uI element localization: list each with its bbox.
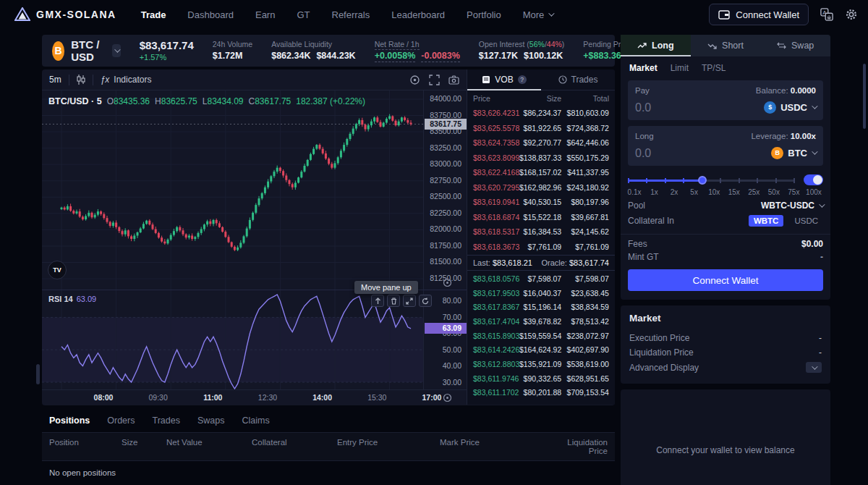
nav-item[interactable]: Portfolio: [467, 9, 501, 20]
ask-row[interactable]: $83,623.8099 $138,837.33 $550,175.29: [467, 151, 615, 166]
ask-row[interactable]: $83,626.4231 $86,234.37 $810,603.09: [467, 106, 615, 121]
restore-pane-button[interactable]: [419, 295, 432, 307]
indicators-button[interactable]: ƒx Indicators: [101, 75, 152, 85]
bid-row[interactable]: $83,614.2426 $164,624.92 $402,697.90: [467, 342, 615, 357]
nav-item[interactable]: Dashboard: [187, 9, 234, 20]
bid-row[interactable]: $83,618.0576 $7,598.07 $7,598.07: [467, 271, 615, 286]
leverage-slider[interactable]: [628, 175, 795, 185]
positions-tab[interactable]: Trades: [152, 416, 179, 426]
bid-row[interactable]: $83,617.9503 $16,040.37 $23,638.45: [467, 286, 615, 300]
tab-long[interactable]: Long: [621, 35, 691, 56]
pay-amount-input[interactable]: 0.0: [635, 101, 651, 114]
fullscreen-icon[interactable]: [429, 75, 440, 85]
time-axis-settings-icon[interactable]: [443, 393, 452, 402]
arrow-up-icon: [375, 298, 381, 305]
collateral-label: Collateral In: [628, 216, 674, 226]
nav-item[interactable]: Earn: [255, 9, 275, 20]
leverage-mark-label[interactable]: 2x: [665, 188, 684, 196]
bid-row[interactable]: $83,612.8803 $135,921.09 $538,619.00: [467, 357, 615, 371]
tab-trades[interactable]: Trades: [541, 69, 615, 90]
nav-item-more[interactable]: More: [523, 9, 553, 20]
bid-row[interactable]: $83,611.1702 $80,201.88 $709,153.54: [467, 386, 615, 400]
ask-row[interactable]: $83,624.7358 $92,270.77 $642,446.06: [467, 135, 615, 151]
market-pair-selector[interactable]: B BTC / USD: [52, 38, 121, 63]
long-token-selector[interactable]: B BTC: [771, 147, 816, 159]
pay-token-selector[interactable]: $ USDC: [764, 101, 816, 114]
leverage-mark-label[interactable]: 5x: [685, 188, 704, 196]
tab-swap[interactable]: Swap: [760, 35, 830, 56]
ask-size: $16,384.53: [519, 227, 561, 236]
chart-settings-icon[interactable]: [409, 75, 420, 85]
positions-tab[interactable]: Swaps: [197, 416, 225, 426]
drawing-toolbar-handle[interactable]: [36, 364, 40, 384]
help-icon[interactable]: ?: [518, 75, 527, 84]
brand[interactable]: GMX-SOLANA: [14, 7, 116, 22]
leverage-mark-label[interactable]: 0.1x: [625, 188, 644, 196]
ask-price: $83,618.3673: [473, 242, 519, 251]
candlestick-style-icon[interactable]: [77, 75, 85, 85]
collateral-option[interactable]: USDC: [789, 215, 823, 227]
price-chart[interactable]: BTC/USD · 5 O83435.36H83625.75L83434.09C…: [42, 90, 467, 405]
bid-size: $80,201.88: [519, 388, 561, 397]
nav-item[interactable]: Referrals: [332, 9, 370, 20]
pane-buttons: [371, 295, 432, 307]
time-axis[interactable]: 08:0009:3011:0012:3014:0015:3017:00: [42, 389, 467, 405]
pay-input-box[interactable]: Pay Balance: 0.0000 0.0 $ USDC: [628, 80, 823, 120]
ask-row[interactable]: $83,620.7295 $162,982.96 $243,180.92: [467, 180, 615, 195]
connect-wallet-button[interactable]: Connect Wallet: [709, 4, 809, 25]
tradingview-logo[interactable]: TV: [48, 261, 67, 279]
ask-row[interactable]: $83,618.5317 $16,384.53 $24,145.62: [467, 224, 615, 240]
leverage-mark-label[interactable]: 1x: [645, 188, 664, 196]
price-axis[interactable]: 84000.0083750.0083500.0083250.0083000.00…: [423, 90, 467, 290]
long-input-box[interactable]: Long Leverage: 10.00x 0.0 B BTC: [628, 126, 823, 166]
ask-row[interactable]: $83,622.4168 $168,157.02 $411,337.95: [467, 165, 615, 180]
ask-price: $83,625.5578: [473, 124, 519, 132]
interval-button[interactable]: 5m: [49, 75, 61, 85]
connect-wallet-action-button[interactable]: Connect Wallet: [628, 269, 823, 291]
positions-tab[interactable]: Orders: [107, 416, 135, 426]
leverage-mode-toggle[interactable]: [804, 174, 823, 185]
leverage-mark-label[interactable]: 15x: [725, 188, 744, 196]
leverage-mark-label[interactable]: 100x: [804, 188, 823, 196]
tab-vob[interactable]: VOB ?: [467, 69, 541, 90]
pool-selector[interactable]: WBTC-USDC: [761, 201, 823, 211]
positions-tab[interactable]: Positions: [49, 416, 90, 426]
rsi-label: RSI 14 63.09: [48, 295, 96, 303]
collateral-option[interactable]: WBTC: [749, 215, 784, 227]
nav-item[interactable]: Leaderboard: [391, 9, 445, 20]
bid-row[interactable]: $83,617.4704 $39,678.82 $78,513.42: [467, 314, 615, 329]
ask-row[interactable]: $83,625.5578 $81,922.65 $724,368.72: [467, 121, 615, 136]
bid-row[interactable]: $83,617.8367 $15,196.14 $38,834.59: [467, 300, 615, 314]
long-amount-input[interactable]: 0.0: [635, 147, 651, 160]
maximize-pane-button[interactable]: [403, 295, 416, 307]
tab-short[interactable]: Short: [691, 35, 761, 56]
settings-gear-icon[interactable]: [845, 8, 858, 21]
nav-item[interactable]: GT: [297, 9, 310, 20]
advanced-display-expander[interactable]: [806, 362, 822, 373]
orderbook-asks: $83,626.4231 $86,234.37 $810,603.09 $83,…: [467, 106, 615, 254]
leverage-slider-thumb[interactable]: [698, 176, 707, 185]
bid-row[interactable]: $83,611.9746 $90,332.65 $628,951.65: [467, 371, 615, 386]
page-scrollbar[interactable]: [863, 64, 866, 129]
order-type-tab[interactable]: TP/SL: [702, 63, 726, 73]
delete-pane-button[interactable]: [387, 295, 400, 307]
leverage-mark-label[interactable]: 75x: [784, 188, 803, 196]
ask-row[interactable]: $83,619.0941 $40,530.15 $80,197.96: [467, 195, 615, 210]
nav-item[interactable]: Trade: [141, 9, 166, 20]
language-icon[interactable]: A: [820, 8, 833, 21]
ask-row[interactable]: $83,618.6874 $15,522.18 $39,667.81: [467, 210, 615, 225]
positions-tab[interactable]: Claims: [242, 416, 269, 426]
ask-row[interactable]: $83,618.3673 $7,761.09 $7,761.09: [467, 240, 615, 255]
leverage-mark-label[interactable]: 25x: [744, 188, 763, 196]
time-axis-label: 15:30: [362, 393, 391, 402]
camera-icon[interactable]: [448, 75, 459, 85]
rsi-pane[interactable]: RSI 14 63.09 Move pane up: [42, 290, 467, 389]
bid-row[interactable]: $83,615.8903 $159,559.54 $238,072.97: [467, 329, 615, 343]
leverage-mark-label[interactable]: 50x: [765, 188, 783, 196]
order-type-tab[interactable]: Market: [629, 63, 658, 73]
move-pane-up-button[interactable]: [371, 295, 384, 307]
leverage-mark-label[interactable]: 10x: [705, 188, 723, 196]
order-type-tab[interactable]: Limit: [671, 63, 689, 73]
pane-settings-icon[interactable]: [443, 278, 452, 287]
bid-size: $15,196.14: [519, 303, 561, 311]
